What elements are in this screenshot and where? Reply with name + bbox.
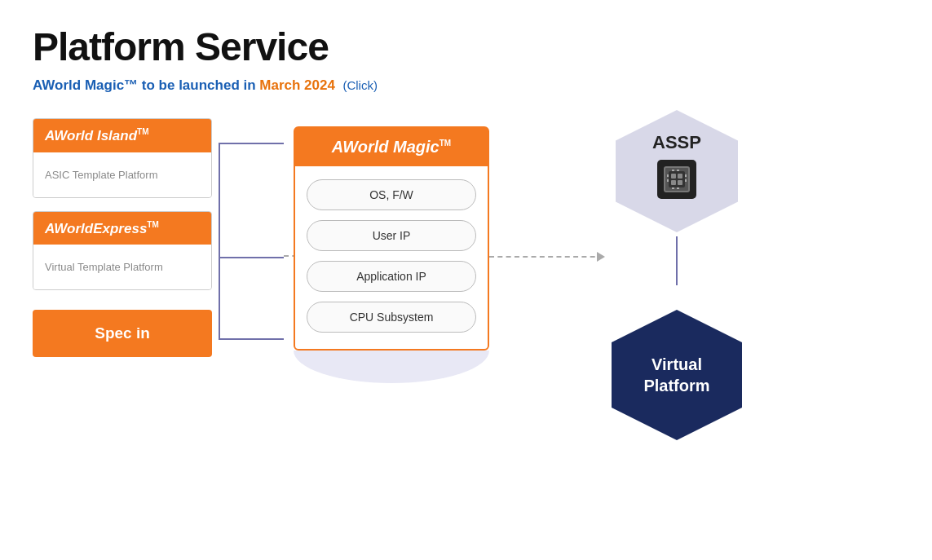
aworld-island-header: AWorld IslandTM bbox=[33, 119, 211, 152]
svg-rect-11 bbox=[672, 187, 674, 189]
left-h-line-top bbox=[219, 143, 284, 144]
svg-rect-2 bbox=[678, 174, 682, 179]
assp-container: ASSP bbox=[616, 110, 738, 285]
subtitle-highlight: March 2024 bbox=[259, 77, 335, 93]
virtual-platform-container: Virtual Platform bbox=[612, 310, 742, 440]
magic-header: AWorld MagicTM bbox=[295, 128, 488, 166]
svg-rect-0 bbox=[669, 171, 685, 187]
aworld-magic-box: AWorld MagicTM OS, F/W User IP Applicati… bbox=[294, 126, 489, 351]
aworld-express-label: AWorldExpress bbox=[45, 220, 147, 236]
aworld-express-header: AWorldExpressTM bbox=[33, 212, 211, 245]
aworld-express-content: Virtual Template Platform bbox=[33, 245, 211, 289]
svg-rect-10 bbox=[677, 170, 679, 171]
right-vert-connector bbox=[676, 236, 678, 285]
virtual-platform-hexagon: Virtual Platform bbox=[612, 310, 742, 440]
svg-rect-9 bbox=[672, 170, 674, 171]
chip-svg bbox=[665, 168, 688, 191]
page-title: Platform Service bbox=[33, 24, 899, 69]
magic-items-list: OS, F/W User IP Application IP CPU Subsy… bbox=[295, 166, 488, 349]
spec-in-box[interactable]: Spec in bbox=[33, 310, 212, 357]
svg-rect-8 bbox=[685, 179, 687, 182]
aworld-express-box: AWorldExpressTM Virtual Template Platfor… bbox=[33, 211, 212, 291]
magic-item-0-label: OS, F/W bbox=[369, 188, 413, 201]
magic-tm: TM bbox=[439, 139, 451, 148]
aworld-island-box: AWorld IslandTM ASIC Template Platform bbox=[33, 118, 212, 198]
svg-rect-4 bbox=[678, 180, 682, 185]
svg-rect-3 bbox=[671, 180, 676, 185]
svg-rect-7 bbox=[685, 174, 687, 177]
right-column: ASSP bbox=[603, 110, 750, 440]
magic-item-3-label: CPU Subsystem bbox=[350, 311, 434, 324]
chip-icon bbox=[657, 160, 696, 199]
magic-container: AWorld MagicTM OS, F/W User IP Applicati… bbox=[294, 126, 489, 383]
aworld-island-content: ASIC Template Platform bbox=[33, 152, 211, 197]
assp-hexagon: ASSP bbox=[616, 110, 738, 232]
left-h-line-bot bbox=[219, 338, 284, 340]
left-vert-line bbox=[219, 143, 220, 338]
svg-rect-6 bbox=[667, 179, 669, 182]
left-column: AWorld IslandTM ASIC Template Platform A… bbox=[33, 118, 212, 357]
island-tm: TM bbox=[137, 127, 148, 136]
virtual-template-label: Virtual Template Platform bbox=[45, 261, 163, 273]
aworld-island-label: AWorld Island bbox=[45, 128, 137, 143]
spec-in-label: Spec in bbox=[95, 324, 150, 342]
magic-item-1-label: User IP bbox=[373, 229, 411, 242]
express-tm: TM bbox=[147, 220, 158, 229]
magic-item-3: CPU Subsystem bbox=[307, 302, 476, 333]
left-connector-area bbox=[212, 118, 294, 395]
magic-label: AWorld Magic bbox=[332, 138, 439, 156]
virtual-platform-label: Virtual Platform bbox=[643, 354, 709, 396]
asic-template-label: ASIC Template Platform bbox=[45, 169, 157, 181]
magic-item-2: Application IP bbox=[307, 261, 476, 292]
bottom-arc bbox=[294, 351, 489, 383]
page-container: Platform Service AWorld Magic™ to be lau… bbox=[0, 0, 932, 560]
svg-rect-12 bbox=[677, 187, 679, 189]
magic-item-0: OS, F/W bbox=[307, 179, 476, 210]
assp-label: ASSP bbox=[652, 132, 701, 153]
dashed-line-right bbox=[489, 256, 603, 258]
subtitle-click-link[interactable]: (Click) bbox=[342, 78, 378, 92]
svg-rect-1 bbox=[671, 174, 676, 179]
magic-item-1: User IP bbox=[307, 220, 476, 251]
subtitle: AWorld Magic™ to be launched in March 20… bbox=[33, 77, 899, 94]
subtitle-text-before: AWorld Magic™ to be launched in bbox=[33, 77, 259, 93]
svg-rect-5 bbox=[667, 174, 669, 177]
left-h-line-mid bbox=[219, 257, 284, 258]
dashed-arrow-right bbox=[597, 252, 605, 262]
magic-item-2-label: Application IP bbox=[356, 270, 426, 283]
right-connector-area bbox=[489, 118, 603, 395]
chip-body bbox=[664, 166, 690, 192]
diagram-wrapper: AWorld IslandTM ASIC Template Platform A… bbox=[33, 118, 899, 440]
